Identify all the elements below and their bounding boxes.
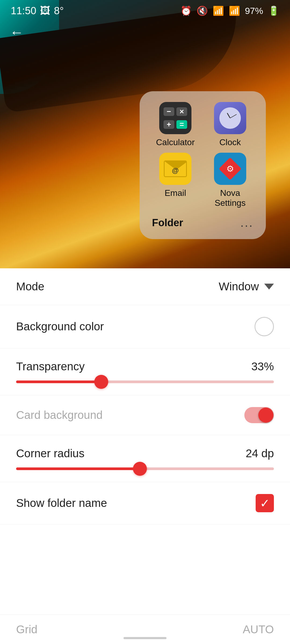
signal-icon: 📶 xyxy=(229,5,240,16)
folder-popup: − × + = Calculator Clock xyxy=(140,91,266,239)
app-item-calculator[interactable]: − × + = Calculator xyxy=(149,102,201,147)
gear-icon: ⚙ xyxy=(226,164,234,174)
battery: 97% xyxy=(245,6,263,16)
clock-minute-hand xyxy=(230,114,237,118)
transparency-slider-thumb[interactable] xyxy=(94,375,108,389)
grid-label: Grid xyxy=(16,623,37,636)
show-folder-name-label: Show folder name xyxy=(16,497,107,510)
clock-icon xyxy=(214,102,246,134)
bottom-handle xyxy=(124,637,166,639)
envelope: @ xyxy=(164,160,187,177)
transparency-value: 33% xyxy=(251,360,274,373)
background-color-row[interactable]: Background color xyxy=(0,305,290,348)
calculator-label: Calculator xyxy=(156,137,195,147)
calc-minus: − xyxy=(164,107,174,116)
background-color-label: Background color xyxy=(16,320,104,333)
photo-icon: 🖼 xyxy=(40,5,50,17)
email-label: Email xyxy=(165,188,186,198)
transparency-container: Transparency 33% xyxy=(0,348,290,395)
clock-face xyxy=(219,107,241,129)
envelope-body: @ xyxy=(164,160,187,177)
time: 11:50 xyxy=(11,5,36,17)
diamond-inner: ⚙ xyxy=(219,158,242,180)
toggle-knob xyxy=(258,408,273,423)
more-button[interactable]: ... xyxy=(240,216,253,229)
battery-icon: 🔋 xyxy=(268,5,279,16)
nova-settings-label: Nova Settings xyxy=(204,188,256,208)
bottom-bar: Grid AUTO xyxy=(0,614,290,644)
status-right: ⏰ 🔇 📶 📶 97% 🔋 xyxy=(180,5,279,16)
mute-icon: 🔇 xyxy=(197,5,208,16)
clock-hour-hand xyxy=(227,113,231,118)
transparency-slider-track[interactable] xyxy=(16,380,274,383)
wifi-icon: 📶 xyxy=(213,5,224,16)
app-item-clock[interactable]: Clock xyxy=(204,102,256,147)
app-item-nova-settings[interactable]: ⚙ Nova Settings xyxy=(204,153,256,208)
mode-row[interactable]: Mode Window xyxy=(0,268,290,305)
alarm-icon: ⏰ xyxy=(180,5,192,16)
temperature: 8° xyxy=(54,5,64,17)
color-picker[interactable] xyxy=(255,317,274,336)
calc-plus: + xyxy=(164,120,174,129)
show-folder-name-row[interactable]: Show folder name ✓ xyxy=(0,482,290,524)
folder-name[interactable]: Folder xyxy=(152,217,183,229)
calc-eq: = xyxy=(176,120,187,129)
transparency-label: Transparency xyxy=(16,360,85,373)
calc-x: × xyxy=(176,107,187,116)
card-background-toggle[interactable] xyxy=(244,407,274,423)
status-left: 11:50 🖼 8° xyxy=(11,5,64,17)
mode-label: Mode xyxy=(16,280,44,293)
email-icon: @ xyxy=(159,153,191,185)
show-folder-name-checkbox[interactable]: ✓ xyxy=(256,494,274,512)
status-bar: 11:50 🖼 8° ⏰ 🔇 📶 📶 97% 🔋 xyxy=(0,0,290,21)
transparency-header: Transparency 33% xyxy=(16,348,274,380)
corner-radius-label: Corner radius xyxy=(16,447,84,460)
clock-label: Clock xyxy=(219,137,241,147)
app-item-email[interactable]: @ Email xyxy=(149,153,201,208)
folder-footer: Folder ... xyxy=(149,216,256,229)
corner-radius-container: Corner radius 24 dp xyxy=(0,435,290,482)
diamond-outer: ⚙ xyxy=(214,153,246,185)
nova-settings-icon: ⚙ xyxy=(214,153,246,185)
card-background-label: Card background xyxy=(16,409,103,422)
calculator-icon: − × + = xyxy=(159,102,191,134)
corner-radius-slider-fill xyxy=(16,467,140,470)
mode-dropdown-arrow xyxy=(264,284,274,290)
at-symbol: @ xyxy=(172,166,179,175)
corner-radius-value: 24 dp xyxy=(246,447,274,460)
grid-value: AUTO xyxy=(243,623,274,636)
corner-radius-header: Corner radius 24 dp xyxy=(16,435,274,467)
folder-grid: − × + = Calculator Clock xyxy=(149,102,256,208)
corner-radius-slider-thumb[interactable] xyxy=(133,462,147,476)
settings-panel: Mode Window Background color Transparenc… xyxy=(0,268,290,644)
card-background-row[interactable]: Card background xyxy=(0,395,290,435)
transparency-slider-fill xyxy=(16,380,101,383)
back-button[interactable]: ← xyxy=(10,24,24,40)
mode-value[interactable]: Window xyxy=(219,280,274,293)
corner-radius-slider-track[interactable] xyxy=(16,467,274,470)
checkmark-icon: ✓ xyxy=(260,496,270,510)
